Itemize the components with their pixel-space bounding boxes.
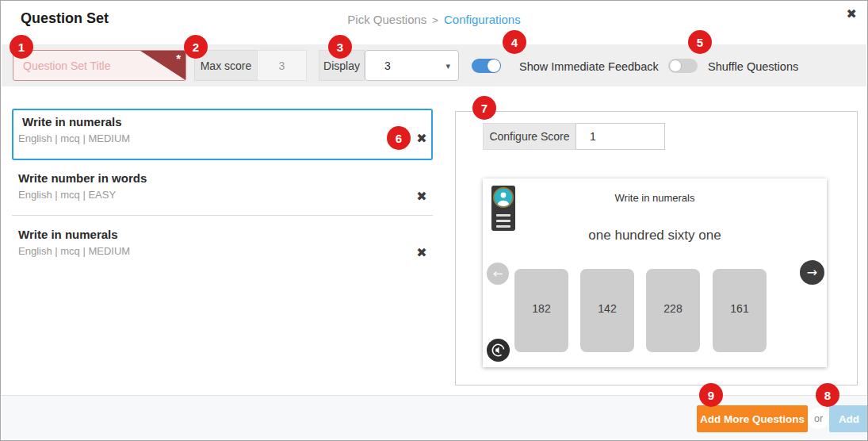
annotation-badge-4: 4: [503, 30, 526, 54]
chevron-down-icon: ▾: [445, 61, 450, 71]
previous-arrow-icon[interactable]: ←: [487, 263, 509, 285]
annotation-badge-7: 7: [472, 96, 496, 120]
breadcrumb-configurations[interactable]: Configurations: [444, 13, 521, 26]
annotation-badge-2: 2: [184, 35, 208, 59]
close-icon[interactable]: ✖: [847, 6, 857, 21]
option-value: 161: [713, 302, 767, 315]
or-badge: or: [808, 408, 829, 429]
configure-score-input[interactable]: [575, 123, 665, 150]
question-meta: English | mcq | MEDIUM: [18, 245, 130, 257]
remove-question-icon[interactable]: ✖: [415, 131, 429, 146]
shuffle-questions-label: Shuffle Questions: [708, 60, 798, 73]
annotation-badge-8: 8: [816, 383, 839, 407]
option-value: 182: [514, 302, 568, 315]
display-count-value: 3: [384, 59, 391, 72]
shuffle-questions-toggle[interactable]: [668, 59, 698, 73]
configure-score-label: Configure Score: [483, 123, 576, 150]
add-more-questions-button[interactable]: Add More Questions: [697, 405, 808, 432]
question-preview-panel: Configure Score Write in numerals one hu…: [455, 111, 858, 385]
breadcrumb-separator: >: [432, 14, 438, 26]
required-asterisk-icon: *: [176, 52, 181, 65]
question-meta: English | mcq | MEDIUM: [18, 132, 130, 144]
display-count-dropdown[interactable]: 3 ▾: [365, 50, 459, 81]
toggle-knob: [669, 59, 682, 72]
max-score-input[interactable]: [257, 50, 307, 81]
option-value: 228: [646, 302, 700, 315]
annotation-badge-3: 3: [328, 35, 352, 59]
option-card[interactable]: 161: [713, 269, 767, 352]
remove-question-icon[interactable]: ✖: [415, 245, 429, 260]
question-set-modal: Question Set Pick Questions>Configuratio…: [0, 0, 868, 441]
question-title: Write in numerals: [18, 228, 118, 241]
replay-audio-icon[interactable]: [487, 339, 510, 362]
annotation-badge-6: 6: [387, 126, 411, 150]
preview-question-text: one hundred sixty one: [483, 228, 827, 244]
toggle-knob: [488, 59, 500, 72]
question-meta: English | mcq | EASY: [18, 189, 116, 201]
title-input-wrap: *: [13, 50, 186, 81]
question-preview-card: Write in numerals one hundred sixty one …: [483, 178, 827, 367]
option-card[interactable]: 228: [646, 269, 700, 352]
add-button[interactable]: Add: [829, 405, 868, 432]
configuration-toolbar: * Max score Display 3 ▾ Show Immediate F…: [2, 44, 866, 86]
option-card[interactable]: 142: [580, 269, 634, 352]
show-immediate-feedback-label: Show Immediate Feedback: [519, 60, 659, 73]
breadcrumb-pick-questions[interactable]: Pick Questions: [347, 13, 426, 26]
option-value: 142: [580, 302, 634, 315]
question-title: Write in numerals: [22, 115, 122, 128]
annotation-badge-9: 9: [699, 383, 723, 407]
list-divider: [12, 215, 433, 216]
show-immediate-feedback-toggle[interactable]: [472, 59, 501, 73]
preview-question-title: Write in numerals: [483, 192, 827, 204]
question-title: Write number in words: [18, 171, 147, 185]
option-card[interactable]: 182: [514, 269, 568, 352]
footer-bar: Add More Questions or Add: [2, 395, 866, 441]
annotation-badge-1: 1: [10, 35, 33, 59]
remove-question-icon[interactable]: ✖: [415, 189, 429, 204]
breadcrumb: Pick Questions>Configurations: [1, 13, 867, 26]
annotation-badge-5: 5: [688, 30, 712, 54]
next-arrow-icon[interactable]: →: [800, 260, 824, 285]
